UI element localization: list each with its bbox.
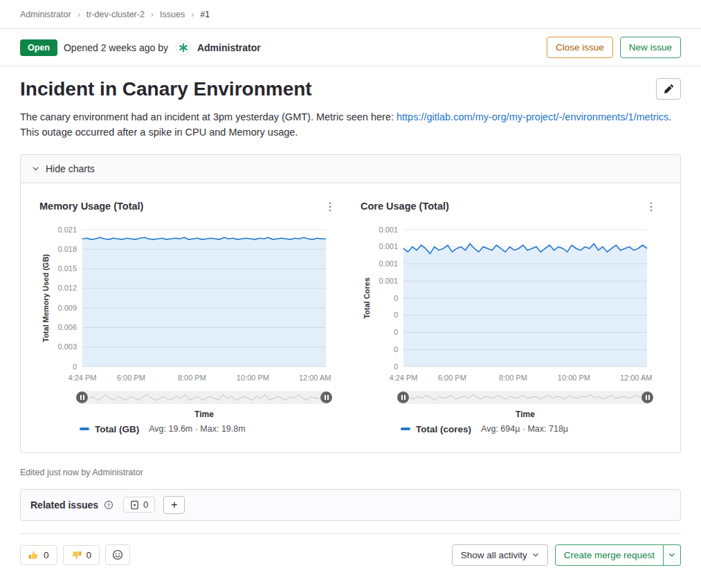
legend-series-name: Total (GB) (95, 424, 139, 434)
add-reaction-button[interactable] (105, 544, 130, 565)
chart-title: Core Usage (Total) (361, 201, 449, 212)
slider-handle-right-icon[interactable] (320, 392, 332, 403)
slider-handle-left-icon[interactable] (397, 392, 409, 403)
hide-charts-label: Hide charts (46, 163, 95, 174)
chevron-down-icon (532, 551, 539, 558)
page-title: Incident in Canary Environment (20, 78, 312, 100)
svg-text:0.021: 0.021 (57, 225, 77, 233)
svg-text:0.001: 0.001 (379, 242, 398, 250)
svg-text:0.001: 0.001 (379, 276, 398, 284)
edit-title-button[interactable] (656, 78, 681, 100)
chart-options-kebab-icon[interactable]: ⋮ (318, 199, 342, 214)
close-issue-button[interactable]: Close issue (547, 37, 613, 58)
svg-text:0: 0 (73, 362, 77, 370)
svg-text:10:00 PM: 10:00 PM (237, 374, 269, 382)
slider-handle-left-icon[interactable] (76, 392, 88, 403)
svg-text:0.003: 0.003 (57, 342, 77, 351)
svg-text:0: 0 (394, 362, 398, 370)
thumbs-up-button[interactable]: 0 (20, 545, 57, 565)
activity-filter-dropdown[interactable]: Show all activity (452, 544, 548, 566)
add-related-issue-button[interactable]: + (163, 496, 185, 514)
new-issue-button[interactable]: New issue (620, 37, 681, 58)
slider-handle-right-icon[interactable] (641, 392, 653, 403)
chart-legend: Total (GB) Avg: 19.6m · Max: 19.8m (80, 424, 342, 434)
svg-text:6:00 PM: 6:00 PM (438, 374, 466, 382)
author-name[interactable]: Administrator (197, 42, 261, 53)
thumbs-down-button[interactable]: 0 (63, 545, 100, 565)
svg-text:0.018: 0.018 (57, 244, 77, 252)
chart-range-slider[interactable] (76, 391, 332, 404)
hide-charts-toggle[interactable]: Hide charts (21, 155, 680, 183)
core-usage-chart: Core Usage (Total) ⋮ 0.0010.0010.0010.00… (361, 199, 663, 434)
help-question-icon[interactable]: ? (104, 500, 113, 510)
chevron-down-icon (32, 165, 39, 172)
chart-range-slider[interactable] (397, 391, 653, 404)
svg-text:Total Cores: Total Cores (363, 277, 371, 319)
thumbs-up-count: 0 (44, 550, 49, 560)
svg-text:12:00 AM: 12:00 AM (620, 374, 652, 382)
chevron-down-icon (668, 551, 675, 558)
breadcrumb-item-project[interactable]: tr-dev-cluster-2 (87, 10, 145, 19)
svg-text:6:00 PM: 6:00 PM (117, 374, 145, 382)
issue-description: The canary environment had an incident a… (0, 100, 701, 140)
title-row: Incident in Canary Environment (0, 66, 701, 100)
description-text: The canary environment had an incident a… (20, 111, 397, 122)
thumbs-down-icon (71, 550, 82, 560)
svg-text:0: 0 (394, 293, 398, 302)
thumbs-down-count: 0 (87, 550, 92, 560)
related-issues-label: Related issues (30, 499, 98, 511)
chevron-right-icon: › (78, 10, 80, 19)
thumbs-up-icon (28, 550, 39, 560)
svg-text:0.001: 0.001 (379, 259, 398, 268)
x-axis-title: Time (76, 410, 332, 419)
metrics-charts-card: Hide charts Memory Usage (Total) ⋮ 0.021… (20, 154, 681, 453)
legend-swatch (401, 428, 410, 430)
chart-plot-area: 0.0010.0010.0010.001000004:24 PM6:00 PM8… (361, 220, 663, 385)
svg-text:0.015: 0.015 (57, 264, 77, 273)
svg-text:0: 0 (394, 311, 398, 319)
legend-series-stats: Avg: 19.6m · Max: 19.8m (149, 424, 245, 434)
related-issues-card: Related issues ? 0 + (20, 489, 681, 521)
svg-text:0: 0 (394, 344, 398, 353)
legend-series-stats: Avg: 694µ · Max: 718µ (481, 424, 568, 434)
x-axis-title: Time (397, 410, 653, 419)
chevron-right-icon: › (191, 10, 194, 19)
legend-swatch (80, 428, 89, 430)
slider-sparkline (89, 391, 320, 404)
create-mr-dropdown-toggle[interactable] (664, 544, 681, 566)
opened-text: Opened 2 weeks ago by (64, 42, 168, 53)
edited-note: Edited just now by Administrator (0, 453, 701, 477)
svg-text:4:24 PM: 4:24 PM (69, 374, 97, 382)
related-issues-count[interactable]: 0 (123, 497, 155, 513)
chart-plot-area: 0.0210.0180.0150.0120.0090.0060.00304:24… (39, 220, 342, 385)
svg-text:10:00 PM: 10:00 PM (558, 374, 590, 382)
metrics-link[interactable]: https://gitlab.com/my-org/my-project/-/e… (397, 111, 668, 122)
create-merge-request-button[interactable]: Create merge request (555, 544, 664, 566)
breadcrumb-item-issues[interactable]: Issues (160, 10, 185, 19)
svg-text:8:00 PM: 8:00 PM (499, 374, 527, 382)
create-merge-request-split-button: Create merge request (555, 544, 681, 566)
issue-type-icon (130, 500, 139, 510)
charts-body: Memory Usage (Total) ⋮ 0.0210.0180.0150.… (21, 183, 680, 452)
related-issues-count-value: 0 (143, 499, 148, 510)
chart-options-kebab-icon[interactable]: ⋮ (639, 199, 663, 214)
avatar-identicon (176, 40, 191, 55)
svg-text:0.001: 0.001 (379, 225, 398, 233)
svg-text:12:00 AM: 12:00 AM (299, 374, 331, 382)
status-badge: Open (20, 39, 57, 56)
svg-text:0.012: 0.012 (57, 284, 77, 292)
svg-text:0.009: 0.009 (57, 303, 77, 311)
svg-text:Total Memory Used (GB): Total Memory Used (GB) (42, 253, 50, 342)
svg-text:?: ? (107, 502, 111, 508)
svg-text:8:00 PM: 8:00 PM (178, 374, 206, 382)
breadcrumb: Administrator › tr-dev-cluster-2 › Issue… (0, 0, 701, 28)
breadcrumb-item-administrator[interactable]: Administrator (20, 10, 71, 19)
chart-legend: Total (cores) Avg: 694µ · Max: 718µ (401, 424, 663, 434)
activity-filter-label: Show all activity (461, 550, 527, 560)
breadcrumb-item-issue-number: #1 (200, 10, 210, 19)
chevron-right-icon: › (151, 10, 154, 19)
avatar[interactable] (176, 40, 191, 55)
svg-text:0: 0 (394, 328, 398, 336)
memory-usage-chart: Memory Usage (Total) ⋮ 0.0210.0180.0150.… (39, 199, 342, 434)
issue-status-bar: Open Opened 2 weeks ago by Administrator… (0, 29, 701, 66)
